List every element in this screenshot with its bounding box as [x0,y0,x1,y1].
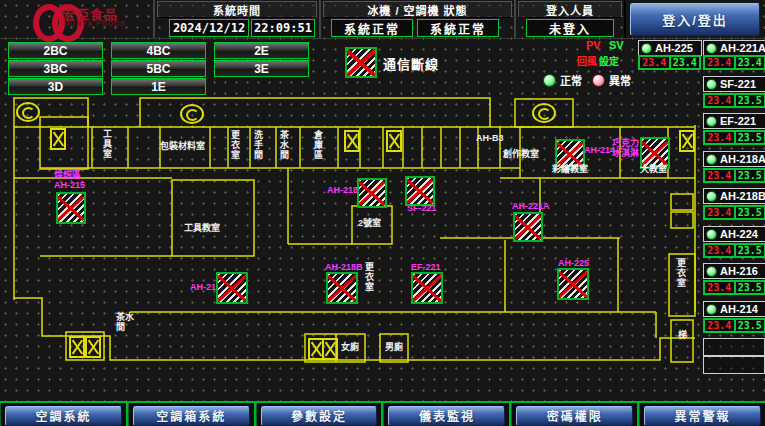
ahu-commloss-icon-ah-216[interactable] [216,272,248,304]
ahu-label: 巧克力 冰淇淋 [612,139,639,159]
ahu-label: 烘焙區 AH-215 [54,171,85,191]
room-label: 男廁 [385,343,403,353]
room-label: 更衣室 [363,262,373,300]
room-label: 彩繪教室 [552,165,588,175]
nav-button-alarm[interactable]: 異常警報 [644,406,761,426]
nav-button-ac-system[interactable]: 空調系統 [5,406,122,426]
bottom-nav: 空調系統 空調箱系統 參數設定 儀表監視 密碼權限 異常警報 [0,401,765,426]
floorplan-walls [0,0,765,426]
room-label: 包裝材料室 [160,142,205,152]
ahu-commloss-icon-ef-221[interactable] [411,272,443,304]
ahu-commloss-icon-ah-218a[interactable] [357,178,387,208]
elevator-icon [679,130,695,152]
room-label: 梯 [678,331,687,341]
room-label: 更衣室 [675,258,685,308]
nav-button-ahu-system[interactable]: 空調箱系統 [133,406,250,426]
room-label: 2號室 [358,219,381,229]
ahu-commloss-icon-sf-221[interactable] [405,176,435,206]
room-label: 茶水間 [116,313,140,333]
room-label: 大教室 [640,165,667,175]
elevator-icon [322,338,338,360]
nav-button-meter-monitor[interactable]: 儀表監視 [388,406,505,426]
room-label: 更衣室 [229,130,239,166]
nav-button-parameter-settings[interactable]: 參數設定 [261,406,378,426]
room-label: 倉庫區 [312,130,322,166]
nav-cell: 儀表監視 [383,403,511,426]
elevator-icon [386,130,402,152]
room-label: 女廁 [341,343,359,353]
elevator-icon [69,336,85,358]
ahu-label: AH-214 [584,146,615,156]
elevator-icon [344,130,360,152]
ahu-commloss-icon-ah-225[interactable] [557,268,589,300]
nav-cell: 異常警報 [639,403,765,426]
ahu-commloss-icon-ah-215[interactable] [56,192,86,224]
nav-button-password-authority[interactable]: 密碼權限 [516,406,633,426]
ahu-commloss-icon-ah-218b[interactable] [326,272,358,304]
ahu-label: SF-221 [407,204,437,214]
stairs-icon [180,104,204,124]
room-label: 工具室 [101,129,111,167]
stairs-icon [16,102,40,122]
room-label: 茶水間 [278,130,288,166]
nav-cell: 密碼權限 [511,403,639,426]
nav-cell: 空調箱系統 [128,403,256,426]
room-label: 工具教室 [184,224,220,234]
nav-cell: 參數設定 [256,403,384,426]
room-label: AH-B3 [476,134,504,144]
stairs-icon [532,103,556,123]
room-label: 洗手間 [252,130,262,166]
elevator-icon [50,128,66,150]
elevator-icon [85,336,101,358]
nav-cell: 空調系統 [0,403,128,426]
hmi-screen: 宏亞食品 HUNYA FOODS 系統時間 2024/12/12 22:09:5… [0,0,765,426]
ahu-label: AH-221A [512,202,550,212]
ahu-commloss-icon-ah-221a[interactable] [513,212,543,242]
room-label: 創作教室 [503,150,539,160]
